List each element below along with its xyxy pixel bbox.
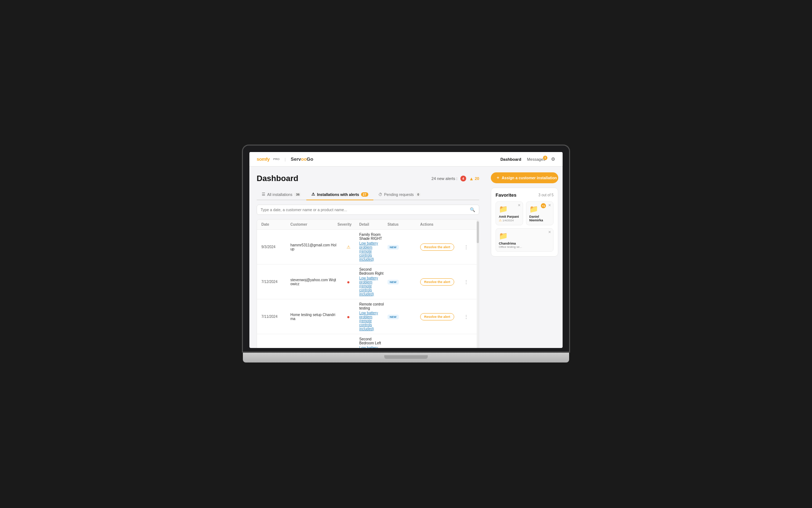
row3-detail-title: Remote control testing — [359, 302, 385, 310]
plus-icon: ＋ — [496, 175, 500, 180]
row1-detail-title: Family Room Shade RIGHT — [359, 233, 385, 241]
nav-right: Dashboard Messages 3 ⚙ — [500, 156, 555, 162]
fav-name-amit: Amit Parpani — [499, 215, 520, 218]
row2-date: 7/12/2024 — [261, 280, 290, 284]
row1-detail: Family Room Shade RIGHT Low battery prob… — [359, 233, 388, 261]
table-row: 9/3/2024 hammr5311@gmail.com Holup ⚠ Fam… — [257, 230, 479, 265]
orange-alert-badge: ▲ 20 — [469, 176, 479, 181]
orange-alert-count: 20 — [475, 176, 479, 181]
screen: somfy PRO | ServooGo Dashboard Messages … — [249, 152, 563, 348]
pro-badge: PRO — [273, 157, 279, 161]
row1-more-button[interactable]: ⋮ — [464, 244, 469, 250]
red-alert-badge: 4 — [460, 176, 466, 181]
orange-alert-icon: ▲ — [469, 176, 474, 181]
table-row: 7/11/2024 Home testing setup Chandrima ●… — [257, 299, 479, 334]
row4-detail-title: Second Bedroom Left — [359, 337, 385, 345]
fav-date-amit: 1/4/2024 — [502, 219, 514, 222]
col-customer: Customer — [290, 222, 337, 226]
row3-customer: Home testing setup Chandrima — [290, 313, 337, 321]
row3-detail: Remote control testing Low battery probl… — [359, 302, 388, 331]
row1-detail-link[interactable]: Low battery problem (remote controls inc… — [359, 241, 385, 261]
top-nav: somfy PRO | ServooGo Dashboard Messages … — [249, 152, 563, 167]
row4-detail-link[interactable]: Low battery problem (remote controls inc… — [359, 346, 385, 348]
row3-severity: ● — [337, 314, 359, 320]
right-panel: ＋ Assign a customer installation Favorit… — [486, 167, 563, 348]
fav-plus-daniel: +1 — [541, 203, 546, 208]
fav-alert-amit: ⚠ 1/4/2024 — [499, 218, 520, 222]
fav-close-daniel[interactable]: ✕ — [548, 203, 551, 207]
fav-close-chandrima[interactable]: ✕ — [548, 230, 551, 234]
folder-icon-chandrima: 📁 — [499, 232, 550, 240]
favorites-section: Favorites 3 out of 5 ✕ 📁 Amit Parpani — [491, 188, 558, 257]
tab-installations-alerts[interactable]: ⚠ Installations with alerts 27 — [306, 189, 373, 200]
high-severity-icon: ● — [347, 314, 350, 320]
favorite-card-daniel[interactable]: ✕ +1 📁 Daniel Niemirka — [526, 201, 554, 225]
scroll-indicator — [477, 220, 479, 348]
row2-actions: Resolve the alert — [420, 278, 464, 286]
messages-nav-link[interactable]: Messages — [527, 157, 545, 161]
col-status: Status — [388, 222, 420, 226]
assign-btn-label: Assign a customer installation — [502, 176, 557, 180]
dashboard-nav-link[interactable]: Dashboard — [500, 157, 521, 161]
fav-close-amit[interactable]: ✕ — [518, 203, 521, 207]
all-installations-icon: ☰ — [262, 192, 265, 197]
fav-warning-icon: ⚠ — [499, 218, 502, 222]
col-actions: Actions — [420, 222, 464, 226]
fav-name-daniel: Daniel Niemirka — [529, 215, 550, 222]
laptop-screen: somfy PRO | ServooGo Dashboard Messages … — [243, 146, 569, 352]
dashboard-panel: Dashboard 24 new alerts : 4 ▲ 20 — [249, 167, 486, 348]
pending-tab-icon: ⏱ — [378, 192, 382, 197]
favorites-grid: ✕ 📁 Amit Parpani ⚠ 1/4/2024 — [496, 201, 554, 252]
row2-resolve-button[interactable]: Resolve the alert — [420, 278, 454, 286]
row3-more-button[interactable]: ⋮ — [464, 314, 469, 320]
folder-icon-daniel: 📁 — [529, 205, 550, 213]
favorites-count: 3 out of 5 — [538, 193, 554, 197]
table-container: Date Customer Severity Detail Status Act… — [257, 219, 479, 348]
folder-icon-amit: 📁 — [499, 205, 520, 213]
tab-alerts-label: Installations with alerts — [317, 192, 359, 197]
laptop-notch — [384, 355, 428, 359]
favorites-title: Favorites — [496, 192, 517, 198]
favorites-header: Favorites 3 out of 5 — [496, 192, 554, 198]
search-input[interactable] — [261, 208, 470, 212]
row2-status-badge: NEW — [388, 280, 399, 284]
row4-detail: Second Bedroom Left Low battery problem … — [359, 337, 388, 348]
tab-all-installations[interactable]: ☰ All installations 36 — [257, 189, 306, 200]
row2-detail: Second Bedroom Right Low battery problem… — [359, 267, 388, 296]
tabs-row: ☰ All installations 36 ⚠ Installations w… — [257, 189, 479, 200]
table-row: 7/12/2024 stevenwoj@yahoo.com Wojtowicz … — [257, 265, 479, 299]
servego-logo: ServooGo — [291, 156, 313, 162]
page-title: Dashboard — [257, 174, 298, 183]
main-content: Dashboard 24 new alerts : 4 ▲ 20 — [249, 167, 563, 348]
row2-detail-link[interactable]: Low battery problem (remote controls inc… — [359, 276, 385, 296]
row3-more: ⋮ — [464, 314, 475, 320]
table-row: 7/2/2024 stevenwoj@yahoo.com Wojtowicz ●… — [257, 334, 479, 348]
assign-customer-button[interactable]: ＋ Assign a customer installation — [491, 172, 558, 183]
col-more — [464, 222, 475, 226]
row2-severity: ● — [337, 279, 359, 285]
somfy-logo: somfy — [257, 156, 270, 162]
search-row: 🔍 — [257, 205, 479, 215]
row2-status: NEW — [388, 279, 420, 284]
table-header: Date Customer Severity Detail Status Act… — [257, 220, 479, 230]
row3-status-badge: NEW — [388, 315, 399, 319]
fav-subtitle-chandrima: Office testing se... — [499, 245, 550, 249]
row3-resolve-button[interactable]: Resolve the alert — [420, 313, 454, 320]
row3-detail-link[interactable]: Low battery problem (remote controls inc… — [359, 311, 385, 331]
favorite-card-amit[interactable]: ✕ 📁 Amit Parpani ⚠ 1/4/2024 — [496, 201, 523, 225]
col-severity: Severity — [337, 222, 359, 226]
tab-alerts-count: 27 — [361, 192, 368, 197]
row2-more-button[interactable]: ⋮ — [464, 279, 469, 285]
row4-customer: stevenwoj@yahoo.com Wojtowicz — [290, 348, 337, 348]
alerts-summary: 24 new alerts : 4 ▲ 20 — [431, 176, 479, 181]
favorite-card-chandrima[interactable]: ✕ 📁 Chandrima Office testing se... — [496, 228, 554, 252]
row4-actions: Resolve the alert — [420, 348, 464, 348]
search-icon[interactable]: 🔍 — [470, 207, 475, 212]
red-alert-count: 4 — [460, 176, 466, 181]
row4-resolve-button[interactable]: Resolve the alert — [420, 348, 454, 348]
scroll-thumb[interactable] — [477, 221, 479, 243]
row3-date: 7/11/2024 — [261, 315, 290, 319]
settings-icon[interactable]: ⚙ — [551, 156, 555, 162]
row1-resolve-button[interactable]: Resolve the alert — [420, 243, 454, 251]
tab-pending-requests[interactable]: ⏱ Pending requests 0 — [373, 189, 426, 200]
